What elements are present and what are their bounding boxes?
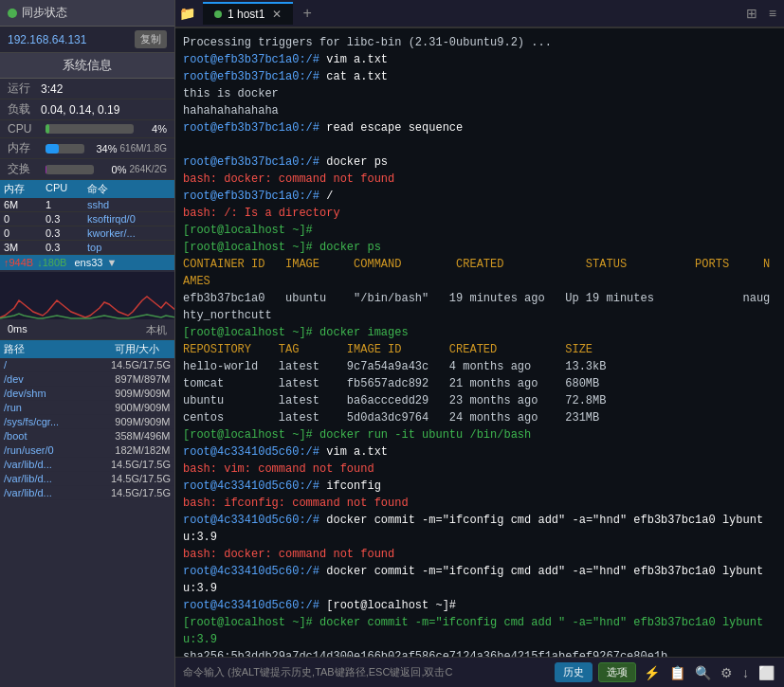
- net-interface: ens33: [74, 257, 102, 268]
- term-line: bash: docker: command not found: [183, 546, 776, 563]
- proc-table-header: 内存 CPU 命令: [0, 180, 174, 198]
- tab-host1[interactable]: 1 host1 ✕: [203, 2, 293, 25]
- term-line: [root@localhost ~]# docker images: [183, 324, 776, 341]
- ip-address: 192.168.64.131: [8, 33, 86, 46]
- term-line: REPOSITORY TAG IMAGE ID CREATED SIZE: [183, 341, 776, 358]
- term-line: bash: ifconfig: command not found: [183, 495, 776, 512]
- disk-row-varlib2: /var/lib/d... 14.5G/17.5G: [0, 472, 174, 486]
- term-line: bash: docker: command not found: [183, 171, 776, 188]
- term-line: [root@localhost ~]# docker commit -m="if…: [183, 614, 776, 648]
- cpu-bar: [46, 124, 134, 134]
- sidebar: 同步状态 192.168.64.131 复制 系统信息 运行 3:42 负载 0…: [0, 0, 175, 687]
- disk-row-boot: /boot 358M/496M: [0, 429, 174, 443]
- gear-icon[interactable]: ⚙: [719, 663, 735, 682]
- uptime-row: 运行 3:42: [0, 79, 174, 99]
- tab-grid-buttons: ⊞ ≡: [742, 4, 780, 23]
- term-line: tomcat latest fb5657adc892 21 months ago…: [183, 375, 776, 392]
- clipboard-icon[interactable]: 📋: [667, 663, 687, 682]
- list-view-button[interactable]: ≡: [765, 4, 780, 23]
- sync-title: 同步状态: [22, 5, 67, 21]
- term-line: root@4c33410d5c60:/# vim a.txt: [183, 443, 776, 461]
- disk-row-root: / 14.5G/17.5G: [0, 358, 174, 372]
- term-line: [183, 136, 776, 154]
- swap-row: 交换 0% 264K/2G: [0, 159, 174, 180]
- download-icon[interactable]: ↓: [740, 663, 751, 682]
- proc-row-top: 3M 0.3 top: [0, 241, 174, 255]
- proc-row-sshd: 6M 1 sshd: [0, 198, 174, 212]
- net-header: ↑944B ↓180B ens33 ▼: [0, 255, 174, 270]
- disk-row-run: /run 900M/909M: [0, 401, 174, 415]
- term-line: sha256:5b3ddb29a7dc14d300e166b02af586ce7…: [183, 648, 776, 657]
- term-line: root@efb3b37bc1a0:/# vim a.txt: [183, 51, 776, 68]
- term-line: hahahahahahaha: [183, 102, 776, 119]
- tab-status-dot: [214, 10, 222, 18]
- term-line: Processing triggers for libc-bin (2.31-0…: [183, 34, 776, 51]
- copy-ip-button[interactable]: 复制: [135, 30, 167, 48]
- terminal-content[interactable]: Processing triggers for libc-bin (2.31-0…: [175, 28, 784, 657]
- term-line: root@4c33410d5c60:/# docker commit -m="i…: [183, 563, 776, 597]
- term-line: [root@localhost ~]# docker ps: [183, 239, 776, 256]
- term-line: this is docker: [183, 85, 776, 102]
- term-line: [root@localhost ~]# docker run -it ubunt…: [183, 426, 776, 443]
- tab-close-button[interactable]: ✕: [272, 8, 282, 21]
- disk-table-header: 路径 可用/大小: [0, 340, 174, 358]
- swap-bar: [46, 165, 94, 174]
- tab-bar: 📁 1 host1 ✕ + ⊞ ≡: [175, 0, 784, 28]
- term-line: root@efb3b37bc1a0:/# read escape sequenc…: [183, 119, 776, 136]
- disk-row-devshm: /dev/shm 909M/909M: [0, 387, 174, 401]
- latency-row: 0ms 本机: [0, 321, 174, 340]
- term-line: bash: /: Is a directory: [183, 205, 776, 222]
- net-up-stat: ↑944B: [4, 257, 33, 268]
- disk-row-runuser: /run/user/0 182M/182M: [0, 443, 174, 458]
- term-line: centos latest 5d0da3dc9764 24 months ago…: [183, 409, 776, 426]
- search-icon[interactable]: 🔍: [693, 663, 713, 682]
- grid-view-button[interactable]: ⊞: [742, 4, 761, 23]
- term-line: root@efb3b37bc1a0:/# cat a.txt: [183, 68, 776, 85]
- term-line: root@efb3b37bc1a0:/# docker ps: [183, 154, 776, 171]
- memory-row: 内存 34% 616M/1.8G: [0, 138, 174, 159]
- term-line: efb3b37bc1a0 ubuntu "/bin/bash" 19 minut…: [183, 290, 776, 324]
- term-line: hello-world latest 9c7a54a9a43c 4 months…: [183, 358, 776, 375]
- sidebar-header: 同步状态: [0, 0, 174, 27]
- option-button[interactable]: 选项: [598, 662, 636, 682]
- term-line: root@4c33410d5c60:/# ifconfig: [183, 478, 776, 495]
- term-line: ubuntu latest ba6acccedd29 23 months ago…: [183, 392, 776, 409]
- disk-row-dev: /dev 897M/897M: [0, 372, 174, 387]
- term-line: CONTAINER ID IMAGE COMMAND CREATED STATU…: [183, 256, 776, 290]
- term-line: root@4c33410d5c60:/# docker commit -m="i…: [183, 512, 776, 546]
- fullscreen-icon[interactable]: ⬜: [757, 663, 776, 682]
- disk-row-sys: /sys/fs/cgr... 909M/909M: [0, 415, 174, 429]
- proc-row-ksoftirqd: 0 0.3 ksoftirqd/0: [0, 212, 174, 226]
- term-line: bash: vim: command not found: [183, 461, 776, 478]
- mem-bar-fill: [46, 144, 59, 154]
- ip-row: 192.168.64.131 复制: [0, 27, 174, 53]
- disk-row-varlib1: /var/lib/d... 14.5G/17.5G: [0, 458, 174, 472]
- tab-label: 1 host1: [228, 8, 264, 21]
- net-down-stat: ↓180B: [37, 257, 66, 268]
- term-line: root@efb3b37bc1a0:/# /: [183, 188, 776, 205]
- term-line: root@4c33410d5c60:/# [root@localhost ~]#: [183, 597, 776, 614]
- cpu-bar-fill: [46, 124, 49, 134]
- cpu-row: CPU 4%: [0, 120, 174, 138]
- history-button[interactable]: 历史: [555, 662, 593, 682]
- terminal-bottom-bar: 命令输入 (按ALT键提示历史,TAB键路径,ESC键返回,双击C 历史 选项 …: [175, 657, 784, 687]
- sync-status-dot: [8, 9, 17, 18]
- proc-row-kworker: 0 0.3 kworker/...: [0, 226, 174, 241]
- input-hint: 命令输入 (按ALT键提示历史,TAB键路径,ESC键返回,双击C: [183, 665, 549, 679]
- lightning-icon[interactable]: ⚡: [642, 663, 662, 682]
- folder-icon[interactable]: 📁: [179, 6, 195, 21]
- network-chart: [0, 272, 174, 319]
- mem-bar: [46, 144, 84, 154]
- load-row: 负载 0.04, 0.14, 0.19: [0, 99, 174, 120]
- network-chart-svg: [0, 272, 174, 319]
- term-line: [root@localhost ~]#: [183, 222, 776, 239]
- sys-info-header: 系统信息: [0, 53, 174, 79]
- terminal-area: 📁 1 host1 ✕ + ⊞ ≡ Processing triggers fo…: [175, 0, 784, 687]
- swap-bar-fill: [46, 165, 46, 174]
- tab-add-button[interactable]: +: [295, 1, 319, 26]
- disk-row-varlib3: /var/lib/d... 14.5G/17.5G: [0, 486, 174, 500]
